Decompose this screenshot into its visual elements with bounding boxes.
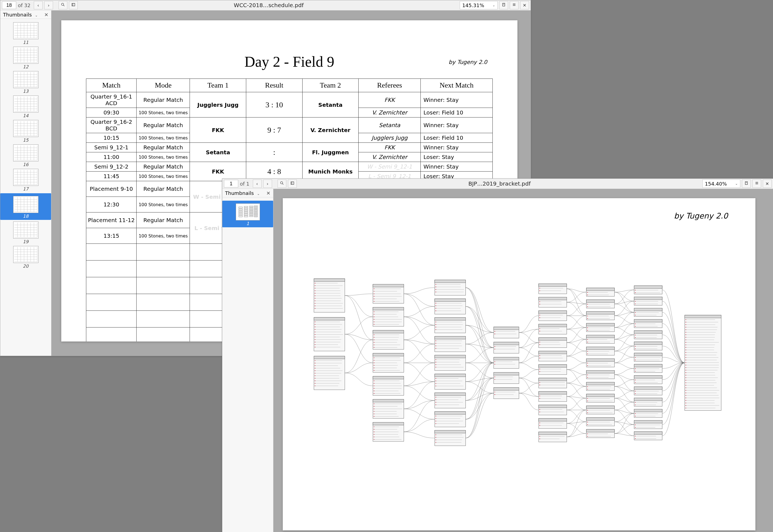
chevron-down-icon: ⌄ xyxy=(257,192,260,196)
svg-point-471 xyxy=(587,412,588,413)
svg-rect-45 xyxy=(314,279,345,281)
svg-point-289 xyxy=(436,418,436,419)
svg-rect-33 xyxy=(249,212,253,214)
svg-point-281 xyxy=(436,402,436,403)
thumbnail-item[interactable]: 20 xyxy=(0,246,51,269)
search-button[interactable] xyxy=(278,180,286,188)
hamburger-icon xyxy=(755,181,759,186)
prev-page-button[interactable]: ‹ xyxy=(253,180,262,188)
svg-point-373 xyxy=(539,369,540,369)
table-header: Result xyxy=(246,79,303,92)
svg-point-355 xyxy=(539,328,540,329)
svg-point-139 xyxy=(374,319,375,320)
svg-point-129 xyxy=(374,301,375,302)
search-icon xyxy=(61,2,65,8)
search-button[interactable] xyxy=(58,1,67,9)
svg-point-345 xyxy=(539,304,540,305)
thumbnail-list[interactable]: 11121314151617181920 xyxy=(0,19,51,356)
thumbnail-item[interactable]: 14 xyxy=(0,96,51,118)
thumbnail-item[interactable]: 1 xyxy=(222,201,273,227)
close-button[interactable]: ✕ xyxy=(763,180,772,188)
next-page-button[interactable]: › xyxy=(44,1,53,9)
pdf-page: by Tugeny 2.0 xyxy=(283,198,755,530)
svg-point-321 xyxy=(494,364,495,365)
svg-point-107 xyxy=(315,375,316,376)
svg-point-417 xyxy=(587,306,588,307)
svg-point-387 xyxy=(539,398,540,399)
svg-rect-37 xyxy=(254,207,258,208)
svg-rect-215 xyxy=(435,280,465,283)
next-page-button[interactable]: › xyxy=(263,180,272,188)
svg-rect-225 xyxy=(435,299,465,301)
sidebar-toggle-button[interactable] xyxy=(69,1,78,9)
thumbnails-close-button[interactable]: ✕ xyxy=(266,190,270,196)
svg-point-301 xyxy=(436,439,436,440)
page-number-input[interactable] xyxy=(2,1,16,9)
svg-point-529 xyxy=(635,368,636,369)
zoom-combobox[interactable]: 154.40% ⌄ xyxy=(702,180,740,188)
svg-rect-245 xyxy=(435,336,465,339)
thumbnail-item[interactable]: 11 xyxy=(0,22,51,45)
svg-point-115 xyxy=(315,385,316,386)
svg-point-315 xyxy=(494,349,495,349)
page-viewport[interactable]: by Tugeny 2.0 xyxy=(274,189,773,532)
thumbnail-number: 16 xyxy=(23,162,28,167)
thumbnail-item[interactable]: 15 xyxy=(0,120,51,143)
svg-point-87 xyxy=(315,342,316,343)
svg-point-137 xyxy=(374,317,375,317)
svg-rect-395 xyxy=(538,418,566,421)
svg-point-151 xyxy=(374,340,375,340)
thumbnail-item[interactable]: 16 xyxy=(0,144,51,167)
svg-point-283 xyxy=(436,404,436,405)
thumbnail-preview xyxy=(13,96,38,113)
thumbnail-item[interactable]: 12 xyxy=(0,47,51,69)
thumbnail-item[interactable]: 19 xyxy=(0,222,51,244)
menu-button[interactable] xyxy=(752,180,761,188)
svg-point-53 xyxy=(315,290,316,291)
zoom-combobox[interactable]: 145.31% ⌄ xyxy=(460,1,498,9)
svg-point-627 xyxy=(685,390,686,391)
reader-mode-button[interactable] xyxy=(499,1,508,9)
svg-point-141 xyxy=(374,321,375,322)
svg-point-267 xyxy=(436,378,436,379)
thumbnail-preview xyxy=(13,222,38,239)
chevron-right-icon: › xyxy=(48,3,49,8)
svg-point-9 xyxy=(280,182,283,184)
search-icon xyxy=(280,181,284,186)
svg-rect-41 xyxy=(254,213,258,214)
svg-rect-21 xyxy=(239,213,242,215)
table-header: Referees xyxy=(359,79,421,92)
svg-rect-467 xyxy=(587,406,615,408)
thumbnail-item[interactable]: 13 xyxy=(0,71,51,94)
svg-point-109 xyxy=(315,378,316,379)
svg-point-559 xyxy=(635,424,636,425)
thumbnails-header[interactable]: Thumbnails ⌄ ✕ xyxy=(222,189,273,197)
thumbnail-preview xyxy=(13,120,38,137)
svg-point-625 xyxy=(685,387,686,388)
svg-point-593 xyxy=(685,347,686,348)
svg-point-79 xyxy=(315,332,316,332)
svg-point-209 xyxy=(374,434,375,435)
thumbnails-close-button[interactable]: ✕ xyxy=(44,12,48,18)
svg-rect-23 xyxy=(244,206,248,208)
prev-page-button[interactable]: ‹ xyxy=(34,1,43,9)
svg-point-211 xyxy=(374,436,375,437)
svg-point-163 xyxy=(374,360,375,361)
svg-rect-551 xyxy=(634,409,662,412)
thumbnail-item[interactable]: 17 xyxy=(0,169,51,192)
svg-point-519 xyxy=(635,348,636,349)
svg-point-65 xyxy=(315,306,316,306)
svg-point-239 xyxy=(436,324,436,325)
thumbnail-list[interactable]: 1 xyxy=(222,197,273,532)
thumbnails-header[interactable]: Thumbnails ⌄ ✕ xyxy=(0,10,51,19)
menu-button[interactable] xyxy=(510,1,518,9)
svg-point-259 xyxy=(436,362,436,363)
thumbnail-item[interactable]: 18 xyxy=(0,193,51,220)
svg-point-307 xyxy=(494,331,495,332)
svg-rect-419 xyxy=(587,312,615,314)
sidebar-toggle-button[interactable] xyxy=(288,180,297,188)
reader-mode-button[interactable] xyxy=(742,180,751,188)
page-number-input[interactable] xyxy=(224,180,238,187)
close-button[interactable]: ✕ xyxy=(520,1,529,9)
table-header: Match xyxy=(86,79,136,92)
